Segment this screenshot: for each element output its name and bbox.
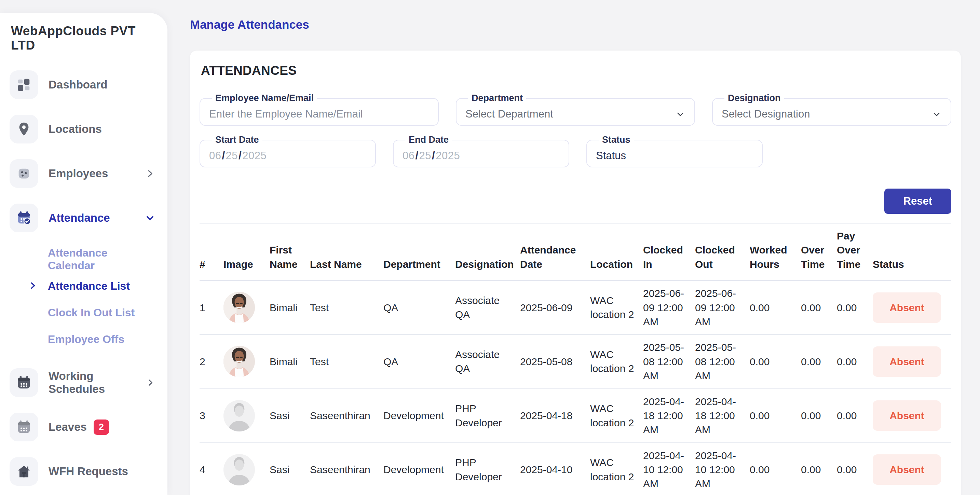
avatar-placeholder	[223, 400, 255, 431]
col-header-department: Department	[383, 224, 455, 280]
cell-pay-over-time: 0.00	[837, 443, 873, 495]
table-row: 4 Sasi Saseenthiran Development PHP Deve…	[200, 443, 951, 495]
avatar-photo	[223, 346, 255, 377]
submenu-label: Attendance List	[48, 280, 130, 293]
employee-name-email-input[interactable]	[209, 108, 429, 120]
sidebar-item-label: Employees	[49, 167, 108, 180]
cell-attendance-date: 2025-05-08	[520, 334, 590, 388]
sidebar-item-label: Locations	[49, 123, 102, 135]
sidebar-item-wfh-requests[interactable]: WFH Requests	[10, 457, 157, 486]
sidebar-item-dashboard[interactable]: Dashboard	[10, 70, 157, 99]
col-header-location: Location	[590, 224, 643, 280]
filters-row-2: Start Date 06/25/2025 End Date 06/25/202…	[200, 135, 951, 167]
avatar-photo	[223, 292, 255, 323]
chevron-down-icon	[931, 109, 942, 119]
cell-over-time: 0.00	[801, 389, 837, 443]
col-header-clocked-in: Clocked In	[643, 224, 695, 280]
cell-index: 3	[200, 389, 223, 443]
cell-first-name: Sasi	[270, 389, 310, 443]
start-date-field[interactable]: Start Date 06/25/2025	[200, 135, 376, 167]
filters-row-1: Employee Name/Email Department Select De…	[200, 94, 951, 126]
cell-worked-hours: 0.00	[750, 389, 801, 443]
col-header-status: Status	[873, 224, 951, 280]
cell-clocked-in: 2025-06-09 12:00 AM	[643, 280, 695, 334]
company-name: WebAppClouds PVT LTD	[10, 22, 157, 53]
status-badge: Absent	[873, 293, 941, 323]
submenu-label: Attendance Calendar	[48, 247, 157, 272]
department-field-label: Department	[468, 94, 526, 103]
start-date-value: 06/25/2025	[209, 150, 267, 162]
col-header-last-name: Last Name	[310, 224, 383, 280]
chevron-right-icon	[146, 377, 155, 388]
col-header-pay-over-time: Pay Over Time	[837, 224, 873, 280]
col-header-image: Image	[223, 224, 270, 280]
status-filter-field[interactable]: Status Status	[586, 135, 763, 167]
table-header-row: # Image First Name Last Name Department …	[200, 224, 951, 280]
calendar-icon	[10, 368, 38, 397]
cell-first-name: Bimali	[270, 280, 310, 334]
cell-location: WAC location 2	[590, 443, 643, 495]
cell-index: 4	[200, 443, 223, 495]
status-badge: Absent	[873, 346, 941, 377]
department-select[interactable]: Department Select Department	[456, 94, 695, 126]
reset-button[interactable]: Reset	[885, 189, 951, 214]
cell-last-name: Test	[310, 334, 383, 388]
sidebar-item-attendance-list[interactable]: Attendance List	[10, 272, 157, 299]
status-filter-value: Status	[596, 150, 626, 162]
sidebar-item-leaves[interactable]: Leaves 2	[10, 413, 157, 441]
cell-attendance-date: 2025-04-18	[520, 389, 590, 443]
chevron-down-icon	[145, 213, 155, 223]
cell-first-name: Sasi	[270, 443, 310, 495]
sidebar-item-attendance[interactable]: Attendance	[10, 204, 157, 232]
col-header-first-name: First Name	[270, 224, 310, 280]
home-icon	[10, 457, 38, 486]
sidebar-item-clock-in-out-list[interactable]: Clock In Out List	[10, 299, 157, 326]
table-row: 3 Sasi Saseenthiran Development PHP Deve…	[200, 389, 951, 443]
submenu-label: Clock In Out List	[48, 306, 135, 319]
cell-department: Development	[383, 443, 455, 495]
sidebar-item-employees[interactable]: Employees	[10, 159, 157, 188]
table-row: 1 Bimali Test QA Associate QA 2025-06-09…	[200, 280, 951, 334]
designation-selected-value: Select Designation	[722, 108, 931, 120]
cell-worked-hours: 0.00	[750, 280, 801, 334]
cell-worked-hours: 0.00	[750, 443, 801, 495]
col-header-worked-hours: Worked Hours	[750, 224, 801, 280]
sidebar-item-working-schedules[interactable]: Working Schedules	[10, 368, 157, 397]
col-header-index: #	[200, 224, 223, 280]
cell-department: Development	[383, 389, 455, 443]
status-badge: Absent	[873, 454, 941, 485]
cell-index: 1	[200, 280, 223, 334]
col-header-attendance-date: Attendance Date	[520, 224, 590, 280]
cell-location: WAC location 2	[590, 280, 643, 334]
sidebar-nav: Dashboard Locations Employees Attendance	[10, 70, 157, 495]
cell-pay-over-time: 0.00	[837, 389, 873, 443]
cell-over-time: 0.00	[801, 334, 837, 388]
cell-location: WAC location 2	[590, 334, 643, 388]
sidebar-item-label: Leaves	[49, 420, 87, 433]
sidebar-item-attendance-calendar[interactable]: Attendance Calendar	[10, 246, 157, 272]
cell-location: WAC location 2	[590, 389, 643, 443]
cell-clocked-out: 2025-04-18 12:00 AM	[695, 389, 750, 443]
submenu-label: Employee Offs	[48, 333, 124, 346]
cell-clocked-out: 2025-05-08 12:00 AM	[695, 334, 750, 388]
employee-name-email-field[interactable]: Employee Name/Email	[200, 94, 439, 126]
sidebar-item-employee-offs[interactable]: Employee Offs	[10, 326, 157, 353]
avatar-placeholder	[223, 454, 255, 485]
reset-row: Reset	[200, 189, 951, 214]
cell-pay-over-time: 0.00	[837, 280, 873, 334]
attendance-table: # Image First Name Last Name Department …	[200, 223, 951, 495]
sidebar-item-locations[interactable]: Locations	[10, 115, 157, 143]
status-filter-label: Status	[599, 135, 634, 145]
cell-index: 2	[200, 334, 223, 388]
col-header-over-time: Over Time	[801, 224, 837, 280]
designation-field-label: Designation	[724, 94, 784, 103]
sidebar-item-label: Attendance	[49, 212, 110, 224]
chevron-right-icon	[145, 169, 155, 179]
cell-department: QA	[383, 334, 455, 388]
end-date-field[interactable]: End Date 06/25/2025	[393, 135, 569, 167]
cell-over-time: 0.00	[801, 280, 837, 334]
designation-select[interactable]: Designation Select Designation	[712, 94, 951, 126]
cell-clocked-out: 2025-04-10 12:00 AM	[695, 443, 750, 495]
cell-clocked-in: 2025-05-08 12:00 AM	[643, 334, 695, 388]
cell-attendance-date: 2025-06-09	[520, 280, 590, 334]
